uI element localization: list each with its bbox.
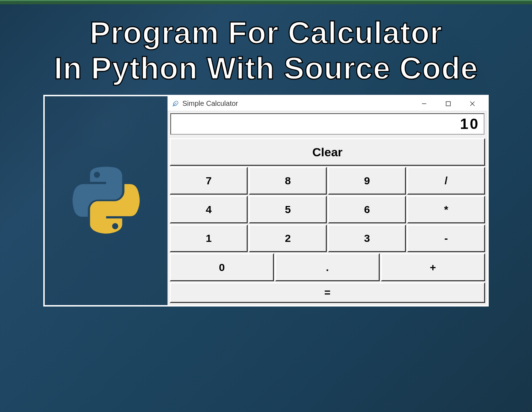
decimal-button[interactable]: . [275,253,379,281]
equals-button[interactable]: = [170,282,485,303]
digit-3-button[interactable]: 3 [328,224,406,252]
window-title: Simple Calculator [182,99,417,108]
digit-1-button[interactable]: 1 [170,224,248,252]
divide-button[interactable]: / [407,167,485,195]
multiply-button[interactable]: * [407,196,485,223]
window-controls [417,97,487,111]
digit-8-button[interactable]: 8 [249,167,327,195]
feather-icon [172,100,179,107]
clear-button[interactable]: Clear [170,138,485,166]
minimize-button[interactable] [417,97,431,111]
digit-5-button[interactable]: 5 [249,196,327,223]
window-titlebar: Simple Calculator [168,96,487,111]
page-heading: Program For Calculator In Python With So… [0,4,532,86]
python-logo-icon [71,165,142,236]
button-grid: Clear 7 8 9 / 4 5 6 * 1 2 3 - [168,137,487,305]
calculator-window: Simple Calculator Clear [168,96,487,305]
svg-rect-2 [446,102,450,106]
digit-7-button[interactable]: 7 [170,167,248,195]
digit-4-button[interactable]: 4 [170,196,248,223]
display-container [168,111,487,137]
calculator-display[interactable] [170,113,484,135]
add-button[interactable]: + [381,253,485,281]
close-button[interactable] [465,97,479,111]
main-panel: Simple Calculator Clear [43,95,489,307]
heading-line-1: Program For Calculator [0,15,532,50]
subtract-button[interactable]: - [407,224,485,252]
heading-line-2: In Python With Source Code [0,50,532,86]
python-logo-panel [45,96,168,305]
digit-2-button[interactable]: 2 [249,224,327,252]
maximize-button[interactable] [441,97,455,111]
digit-0-button[interactable]: 0 [170,253,274,281]
top-border-bar [0,0,532,4]
digit-6-button[interactable]: 6 [328,196,406,223]
digit-9-button[interactable]: 9 [328,167,406,195]
